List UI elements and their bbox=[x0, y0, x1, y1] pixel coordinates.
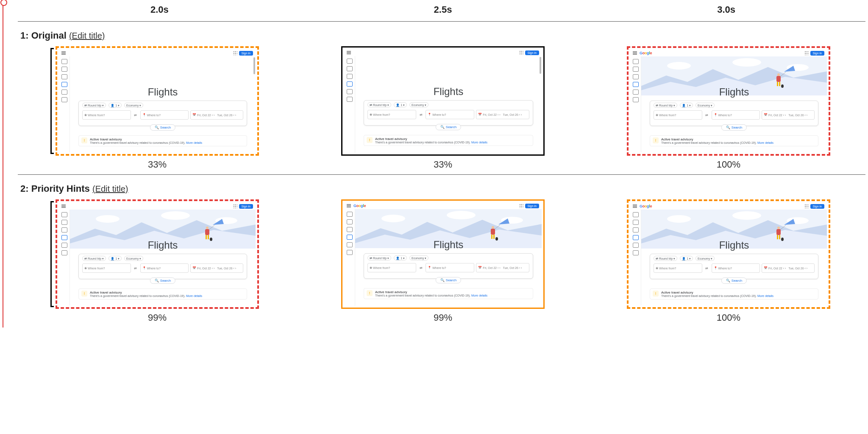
date-range-input[interactable]: 📅 Fri, Oct 22 ‹ › Tue, Oct 26 ‹ › bbox=[476, 110, 529, 119]
sidebar-item-travel[interactable] bbox=[347, 59, 353, 64]
filmstrip-frame[interactable]: Google Sign in bbox=[627, 199, 830, 309]
filmstrip-frame[interactable]: Sign in Flights ⇄ Round trip ▾ 👤 1 ▾ Eco… bbox=[56, 46, 259, 156]
sidebar-item-explore[interactable] bbox=[633, 67, 639, 72]
advisory-more-link[interactable]: More details bbox=[186, 141, 202, 144]
sidebar-item-travel[interactable] bbox=[61, 59, 67, 64]
destination-input[interactable]: 📍 Where to? bbox=[712, 263, 760, 273]
hamburger-icon[interactable] bbox=[61, 204, 66, 208]
sidebar-item-explore[interactable] bbox=[347, 66, 353, 71]
sidebar-item-flights[interactable] bbox=[61, 235, 67, 240]
sidebar-item-explore[interactable] bbox=[61, 220, 67, 225]
filmstrip-frame[interactable]: Google Sign in bbox=[341, 199, 545, 309]
edit-title-link[interactable]: (Edit title) bbox=[69, 31, 105, 40]
swap-icon[interactable]: ⇄ bbox=[418, 110, 424, 119]
destination-input[interactable]: 📍 Where to? bbox=[140, 110, 189, 120]
advisory-more-link[interactable]: More details bbox=[757, 294, 773, 297]
filmstrip-frame[interactable]: Google Sign in bbox=[627, 46, 830, 156]
sign-in-button[interactable]: Sign in bbox=[810, 51, 824, 56]
origin-input[interactable]: ◉ Where from? bbox=[367, 263, 416, 272]
google-logo[interactable]: Google bbox=[640, 204, 652, 208]
scrollbar-thumb[interactable] bbox=[253, 57, 255, 74]
date-range-input[interactable]: 📅 Fri, Oct 22 ‹ › Tue, Oct 26 ‹ › bbox=[476, 263, 529, 272]
scrollbar-thumb[interactable] bbox=[540, 57, 541, 74]
sidebar-item-travel[interactable] bbox=[61, 212, 67, 217]
sidebar-item-flights[interactable] bbox=[633, 235, 639, 240]
sign-in-button[interactable]: Sign in bbox=[525, 50, 539, 55]
hamburger-icon[interactable] bbox=[633, 204, 637, 208]
date-range-input[interactable]: 📅 Fri, Oct 22 ‹ › Tue, Oct 26 ‹ › bbox=[190, 110, 243, 120]
sidebar-item-explore[interactable] bbox=[347, 219, 353, 224]
advisory-more-link[interactable]: More details bbox=[471, 294, 487, 297]
date-range-input[interactable]: 📅 Fri, Oct 22 ‹ › Tue, Oct 26 ‹ › bbox=[762, 110, 815, 120]
filmstrip-frame[interactable]: Sign in Flights ⇄ Round trip ▾ 👤 1 ▾ Eco… bbox=[341, 46, 545, 156]
sign-in-button[interactable]: Sign in bbox=[239, 204, 253, 209]
destination-input[interactable]: 📍 Where to? bbox=[426, 263, 474, 272]
sidebar-item-flights[interactable] bbox=[633, 82, 639, 87]
apps-grid-icon[interactable] bbox=[519, 50, 523, 55]
sidebar-item-explore[interactable] bbox=[61, 67, 67, 72]
sidebar-item-vacation-rentals[interactable] bbox=[61, 250, 67, 255]
sidebar-item-travel[interactable] bbox=[347, 212, 353, 217]
sidebar-item-hotels[interactable] bbox=[347, 242, 353, 247]
swap-icon[interactable]: ⇄ bbox=[133, 110, 139, 120]
search-button[interactable]: 🔍 Search bbox=[721, 277, 747, 284]
sidebar-item-hotels[interactable] bbox=[633, 90, 639, 95]
search-button[interactable]: 🔍 Search bbox=[150, 124, 175, 131]
sidebar-item-travel[interactable] bbox=[633, 59, 639, 64]
edit-title-link[interactable]: (Edit title) bbox=[92, 184, 128, 193]
trip-type-select[interactable]: ⇄ Round trip ▾ bbox=[82, 103, 106, 108]
sidebar-item-things-to-do[interactable] bbox=[633, 74, 639, 79]
sidebar-item-travel[interactable] bbox=[633, 212, 639, 217]
sidebar-item-explore[interactable] bbox=[633, 220, 639, 225]
trip-type-select[interactable]: ⇄ Round trip ▾ bbox=[654, 103, 677, 108]
hamburger-icon[interactable] bbox=[347, 204, 351, 207]
cabin-select[interactable]: Economy ▾ bbox=[696, 256, 715, 261]
sidebar-item-vacation-rentals[interactable] bbox=[633, 97, 639, 102]
sidebar-item-things-to-do[interactable] bbox=[633, 227, 639, 232]
apps-grid-icon[interactable] bbox=[233, 51, 237, 55]
hamburger-icon[interactable] bbox=[347, 51, 351, 54]
cabin-select[interactable]: Economy ▾ bbox=[696, 103, 715, 108]
cabin-select[interactable]: Economy ▾ bbox=[409, 102, 428, 107]
trip-type-select[interactable]: ⇄ Round trip ▾ bbox=[82, 256, 106, 261]
sidebar-item-things-to-do[interactable] bbox=[61, 74, 67, 79]
cabin-select[interactable]: Economy ▾ bbox=[409, 255, 428, 260]
passenger-select[interactable]: 👤 1 ▾ bbox=[680, 256, 693, 261]
cabin-select[interactable]: Economy ▾ bbox=[124, 103, 143, 108]
search-button[interactable]: 🔍 Search bbox=[436, 277, 461, 283]
apps-grid-icon[interactable] bbox=[519, 204, 523, 208]
search-button[interactable]: 🔍 Search bbox=[150, 277, 175, 284]
origin-input[interactable]: ◉ Where from? bbox=[82, 263, 131, 273]
search-button[interactable]: 🔍 Search bbox=[436, 124, 461, 130]
sidebar-item-flights[interactable] bbox=[61, 82, 67, 87]
google-logo[interactable]: Google bbox=[353, 204, 366, 208]
date-range-input[interactable]: 📅 Fri, Oct 22 ‹ › Tue, Oct 26 ‹ › bbox=[190, 263, 243, 273]
sidebar-item-vacation-rentals[interactable] bbox=[347, 250, 353, 255]
sidebar-item-things-to-do[interactable] bbox=[347, 227, 353, 232]
sidebar-item-vacation-rentals[interactable] bbox=[633, 250, 639, 255]
google-logo[interactable]: Google bbox=[640, 51, 652, 55]
destination-input[interactable]: 📍 Where to? bbox=[426, 110, 474, 119]
apps-grid-icon[interactable] bbox=[233, 204, 237, 208]
sidebar-item-flights[interactable] bbox=[347, 235, 353, 240]
hamburger-icon[interactable] bbox=[633, 51, 637, 55]
passenger-select[interactable]: 👤 1 ▾ bbox=[680, 103, 693, 108]
swap-icon[interactable]: ⇄ bbox=[704, 110, 710, 120]
sidebar-item-hotels[interactable] bbox=[347, 89, 353, 94]
sidebar-item-hotels[interactable] bbox=[61, 90, 67, 95]
swap-icon[interactable]: ⇄ bbox=[704, 263, 710, 273]
sidebar-item-hotels[interactable] bbox=[61, 243, 67, 248]
filmstrip-frame[interactable]: Sign in bbox=[56, 199, 259, 309]
advisory-more-link[interactable]: More details bbox=[186, 294, 202, 297]
search-button[interactable]: 🔍 Search bbox=[721, 124, 747, 131]
sidebar-item-hotels[interactable] bbox=[633, 243, 639, 248]
trip-type-select[interactable]: ⇄ Round trip ▾ bbox=[654, 256, 677, 261]
cabin-select[interactable]: Economy ▾ bbox=[124, 256, 143, 261]
passenger-select[interactable]: 👤 1 ▾ bbox=[108, 103, 122, 108]
origin-input[interactable]: ◉ Where from? bbox=[654, 110, 702, 120]
sign-in-button[interactable]: Sign in bbox=[525, 204, 539, 208]
advisory-more-link[interactable]: More details bbox=[757, 141, 773, 144]
trip-type-select[interactable]: ⇄ Round trip ▾ bbox=[367, 102, 391, 107]
origin-input[interactable]: ◉ Where from? bbox=[82, 110, 131, 120]
passenger-select[interactable]: 👤 1 ▾ bbox=[394, 255, 407, 260]
